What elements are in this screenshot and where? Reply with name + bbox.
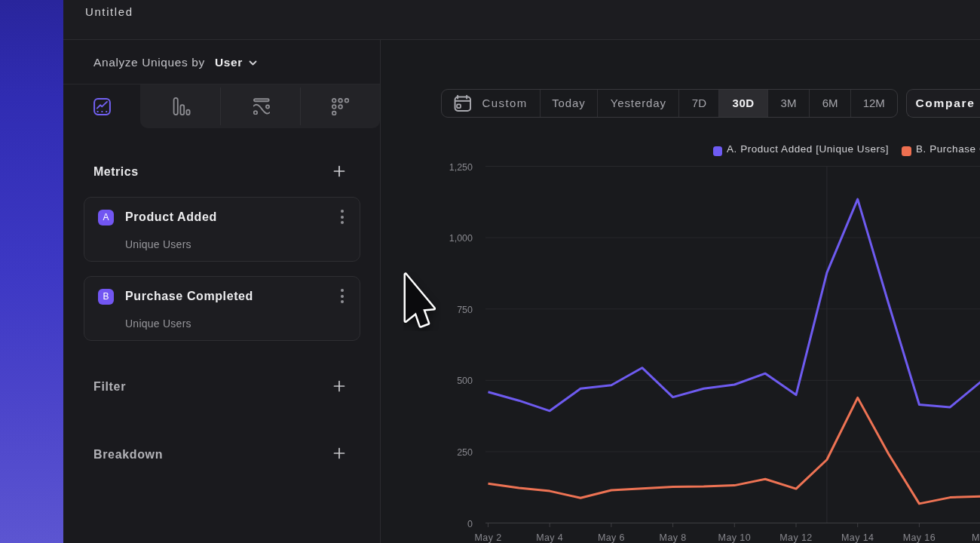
svg-text:May 10: May 10 xyxy=(718,532,751,543)
svg-text:May 6: May 6 xyxy=(598,532,625,543)
svg-text:500: 500 xyxy=(457,376,473,386)
svg-text:May 8: May 8 xyxy=(660,532,687,543)
svg-text:May 16: May 16 xyxy=(903,532,936,543)
svg-text:Ma: Ma xyxy=(972,532,980,543)
svg-text:750: 750 xyxy=(457,305,473,315)
svg-text:0: 0 xyxy=(467,519,473,529)
svg-text:250: 250 xyxy=(457,447,473,458)
svg-text:May 12: May 12 xyxy=(779,532,812,543)
svg-text:May 2: May 2 xyxy=(474,532,501,543)
svg-text:May 14: May 14 xyxy=(841,532,874,543)
svg-text:May 4: May 4 xyxy=(536,532,563,543)
svg-text:1,250: 1,250 xyxy=(449,162,473,173)
svg-text:1,000: 1,000 xyxy=(449,233,473,244)
